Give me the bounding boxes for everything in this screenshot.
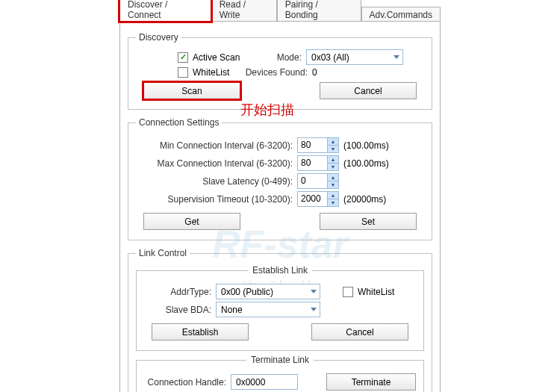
- tab-bar: Discover / Connect Read / Write Pairing …: [119, 4, 441, 21]
- label-slave-latency: Slave Latency (0-499):: [136, 176, 293, 187]
- checkbox-whitelist-link[interactable]: ✓: [343, 287, 353, 297]
- value-slave-latency: 0: [297, 173, 327, 189]
- label-devices-found: Devices Found:: [242, 67, 308, 78]
- input-max-conn-interval[interactable]: 80 ▲▼: [297, 155, 339, 171]
- terminate-button[interactable]: Terminate: [326, 373, 416, 391]
- label-connection-handle: Connection Handle:: [144, 377, 226, 388]
- input-supervision-timeout[interactable]: 2000 ▲▼: [297, 191, 339, 207]
- spinner-slave-latency[interactable]: ▲▼: [327, 173, 339, 189]
- combo-addr-type[interactable]: 0x00 (Public): [216, 284, 320, 299]
- combo-slave-bda[interactable]: None: [216, 302, 320, 317]
- label-addr-type: AddrType:: [144, 287, 211, 297]
- set-button[interactable]: Set: [320, 213, 417, 230]
- annotation-start-scan: 开始扫描: [240, 101, 294, 119]
- scan-button[interactable]: Scan: [143, 82, 240, 99]
- combo-addr-type-value: 0x00 (Public): [221, 287, 273, 297]
- chevron-down-icon: [311, 290, 317, 293]
- spinner-max-conn[interactable]: ▲▼: [327, 155, 339, 171]
- label-whitelist-discovery: WhiteList: [193, 67, 237, 78]
- label-min-conn-interval: Min Connection Interval (6-3200):: [136, 140, 293, 151]
- input-min-conn-interval[interactable]: 80 ▲▼: [297, 137, 339, 153]
- value-min-conn-interval: 80: [297, 137, 327, 153]
- tab-pairing-bonding[interactable]: Pairing / Bonding: [277, 0, 361, 22]
- label-active-scan: Active Scan: [193, 52, 252, 63]
- combo-mode[interactable]: 0x03 (All): [306, 49, 403, 65]
- group-link-control: Link Control Establish Link AddrType: 0x…: [128, 248, 432, 392]
- hint-max-conn-interval: (100.00ms): [343, 158, 389, 169]
- tab-read-write[interactable]: Read / Write: [211, 0, 277, 22]
- checkbox-active-scan[interactable]: ✓: [178, 52, 188, 63]
- get-button[interactable]: Get: [143, 213, 240, 230]
- cancel-link-button[interactable]: Cancel: [311, 323, 408, 340]
- legend-discovery: Discovery: [136, 32, 181, 43]
- tab-adv-commands[interactable]: Adv.Commands: [361, 7, 441, 22]
- group-connection-settings: Connection Settings Min Connection Inter…: [128, 117, 432, 240]
- legend-establish-link: Establish Link: [248, 265, 312, 276]
- label-supervision-timeout: Supervision Timeout (10-3200):: [136, 194, 293, 205]
- tab-discover-connect[interactable]: Discover / Connect: [119, 0, 211, 22]
- spinner-supervision-timeout[interactable]: ▲▼: [327, 191, 339, 207]
- group-terminate-link: Terminate Link Connection Handle: 0x0000…: [136, 360, 424, 392]
- chevron-down-icon: [311, 308, 317, 311]
- legend-connection-settings: Connection Settings: [136, 117, 222, 128]
- group-discovery: Discovery ✓ Active Scan Mode: 0x03 (All)…: [128, 32, 432, 110]
- label-max-conn-interval: Max Connection Interval (6-3200):: [136, 158, 293, 169]
- hint-min-conn-interval: (100.00ms): [343, 140, 389, 151]
- value-max-conn-interval: 80: [297, 155, 327, 171]
- spinner-min-conn[interactable]: ▲▼: [327, 137, 339, 153]
- group-establish-link: Establish Link AddrType: 0x00 (Public) ✓…: [136, 270, 424, 351]
- combo-mode-value: 0x03 (All): [311, 52, 349, 63]
- checkbox-whitelist-discovery[interactable]: ✓: [178, 67, 188, 78]
- hint-supervision-timeout: (20000ms): [343, 194, 386, 205]
- tab-panel: RF-star 信 驰 达 Discovery ✓ Active Scan Mo…: [119, 21, 441, 392]
- combo-slave-bda-value: None: [221, 305, 243, 315]
- input-slave-latency[interactable]: 0 ▲▼: [297, 173, 339, 189]
- label-mode: Mode:: [257, 52, 302, 63]
- legend-terminate-link: Terminate Link: [246, 355, 314, 365]
- cancel-scan-button[interactable]: Cancel: [320, 82, 417, 99]
- establish-button[interactable]: Establish: [152, 323, 249, 340]
- value-supervision-timeout: 2000: [297, 191, 327, 207]
- label-slave-bda: Slave BDA:: [144, 305, 211, 315]
- input-connection-handle[interactable]: 0x0000: [231, 374, 298, 390]
- legend-link-control: Link Control: [136, 248, 190, 258]
- label-whitelist-link: WhiteList: [358, 287, 394, 297]
- chevron-down-icon: [393, 55, 399, 59]
- value-devices-found: 0: [312, 67, 317, 78]
